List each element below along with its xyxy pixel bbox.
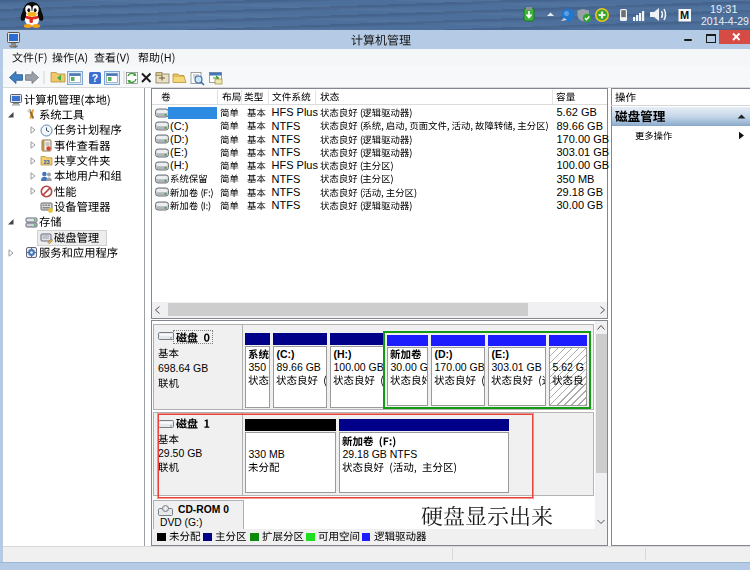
svg-text:usb: usb <box>10 44 17 48</box>
svg-text:23: 23 <box>43 159 49 165</box>
svg-text:?: ? <box>92 72 98 84</box>
svg-text:M: M <box>680 9 689 21</box>
